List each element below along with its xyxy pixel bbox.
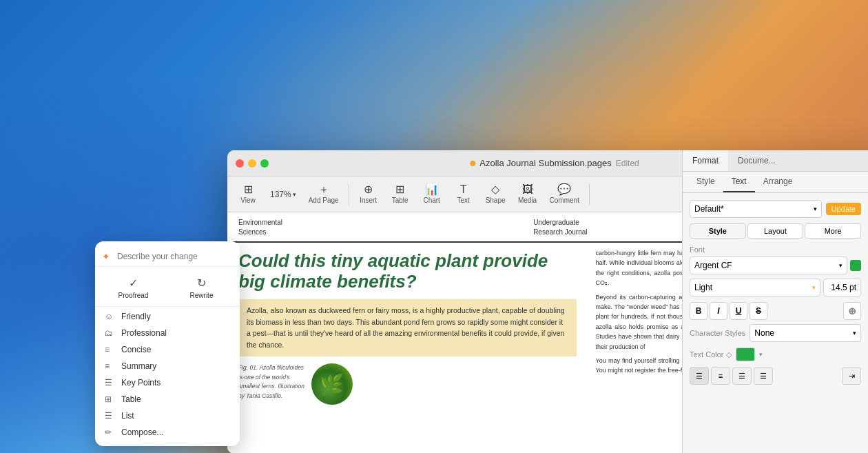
ai-spark-icon: ✦ [102, 251, 113, 262]
alignment-row: ☰ ≡ ☰ ☰ ⇥ [690, 367, 861, 385]
header-col2: Undergraduate Research Journal [533, 218, 587, 237]
article-left-col: Could this tiny aquatic plant provide bi… [227, 243, 588, 453]
tab-text[interactable]: Text [723, 172, 755, 192]
friendly-label: Friendly [121, 312, 151, 321]
compose-item[interactable]: ✏ Compose... [95, 424, 240, 441]
update-button[interactable]: Update [826, 203, 861, 215]
table-label: Table [392, 197, 409, 204]
font-weight-value: Light [694, 283, 712, 292]
caption-area: Fig. 01. Azolla filiculoides is one of t… [238, 363, 304, 405]
media-label: Media [518, 197, 537, 204]
underline-button[interactable]: U [730, 302, 747, 320]
summary-item[interactable]: ≡ Summary [95, 358, 240, 374]
indent-button[interactable]: ⇥ [842, 367, 861, 385]
rewrite-icon: ↻ [197, 276, 206, 290]
insert-button[interactable]: ⊕ Insert [353, 181, 384, 207]
text-color-swatch[interactable] [736, 348, 755, 361]
font-size-input[interactable]: 14.5 pt [823, 279, 861, 296]
header-undergrad: Undergraduate [533, 218, 587, 228]
text-color-expand: ▾ [759, 351, 763, 358]
view-button[interactable]: ⊞ View [233, 181, 263, 207]
close-button[interactable] [236, 159, 244, 168]
rewrite-button[interactable]: ↻ Rewrite [169, 272, 234, 303]
key-points-item[interactable]: ☰ Key Points [95, 374, 240, 391]
panel-body: Default* ▾ Update Style Layout More Font… [683, 193, 868, 453]
char-styles-chevron: ▾ [853, 330, 856, 336]
shape-button[interactable]: ◇ Shape [480, 181, 511, 207]
caption-text: Fig. 01. Azolla filiculoides is one of t… [238, 363, 304, 401]
proofread-icon: ✓ [129, 276, 138, 290]
friendly-icon: ☺ [105, 312, 116, 321]
align-left-button[interactable]: ☰ [690, 367, 709, 385]
char-styles-select[interactable]: None ▾ [750, 324, 861, 342]
table-item[interactable]: ⊞ Table [95, 391, 240, 407]
comment-button[interactable]: 💬 Comment [544, 181, 585, 207]
table-menu-label: Table [121, 394, 141, 404]
concise-item[interactable]: ≡ Concise [95, 341, 240, 358]
font-color-indicator[interactable] [850, 260, 861, 271]
article-title: Could this tiny aquatic plant provide bi… [238, 251, 577, 292]
font-format-row: B I U S ⊕ [690, 302, 861, 320]
align-justify-button[interactable]: ☰ [754, 367, 773, 385]
ai-input-field[interactable] [117, 252, 233, 261]
table-icon: ⊞ [395, 184, 404, 195]
more-format-button[interactable]: ⊕ [843, 302, 861, 320]
concise-label: Concise [121, 345, 151, 354]
add-page-icon: ＋ [318, 184, 329, 195]
proofread-label: Proofread [118, 292, 149, 299]
mini-tab-layout[interactable]: Layout [747, 223, 804, 239]
edited-label: Edited [616, 159, 639, 168]
font-size-value: 14.5 pt [831, 283, 856, 292]
add-page-button[interactable]: ＋ Add Page [303, 181, 344, 207]
zoom-control[interactable]: 137% ▾ [265, 187, 302, 202]
text-label: Text [457, 197, 469, 204]
document-tab[interactable]: Docume... [728, 150, 785, 171]
insert-icon: ⊕ [364, 184, 373, 195]
list-icon: ☰ [105, 411, 116, 421]
bold-button[interactable]: B [690, 302, 707, 320]
font-weight-chevron: ▾ [812, 284, 816, 291]
maximize-button[interactable] [260, 159, 269, 168]
align-right-button[interactable]: ☰ [732, 367, 752, 385]
para-style-select[interactable]: Default* ▾ [690, 200, 822, 218]
friendly-item[interactable]: ☺ Friendly [95, 308, 240, 325]
tab-style[interactable]: Style [688, 172, 723, 192]
header-sciences: Sciences [238, 228, 282, 237]
toolbar-divider-1 [349, 184, 349, 205]
traffic-lights [236, 159, 269, 168]
strikethrough-button[interactable]: S [750, 302, 767, 320]
header-env-sci: Environmental [238, 218, 282, 228]
mini-tab-style[interactable]: Style [690, 223, 746, 239]
chart-button[interactable]: 📊 Chart [417, 181, 447, 207]
font-weight-select[interactable]: Light ▾ [690, 279, 820, 296]
char-styles-value: None [754, 328, 774, 338]
minimize-button[interactable] [248, 159, 256, 168]
key-points-label: Key Points [121, 378, 161, 387]
window-title-area: Azolla Journal Submission.pages Edited [470, 158, 639, 168]
para-style-value: Default* [694, 204, 724, 214]
media-button[interactable]: 🖼 Media [513, 181, 543, 207]
proofread-button[interactable]: ✓ Proofread [101, 272, 166, 303]
table-button[interactable]: ⊞ Table [385, 181, 415, 207]
font-section: Font Argent CF ▾ Light ▾ 14.5 pt [690, 245, 861, 296]
font-name-row: Argent CF ▾ [690, 256, 861, 274]
text-button[interactable]: T Text [448, 181, 479, 207]
panel-top-tabs: Format Docume... [683, 150, 868, 172]
insert-label: Insert [360, 197, 377, 204]
align-center-button[interactable]: ≡ [711, 367, 730, 385]
caption-line3: smallest ferns. Illustration [238, 383, 304, 390]
font-label: Font [690, 245, 861, 254]
list-item[interactable]: ☰ List [95, 407, 240, 424]
table-menu-icon: ⊞ [105, 394, 116, 404]
format-tab[interactable]: Format [683, 150, 728, 171]
toolbar-divider-2 [589, 184, 590, 205]
italic-button[interactable]: I [710, 302, 727, 320]
professional-item[interactable]: 🗂 Professional [95, 325, 240, 341]
mini-tab-more[interactable]: More [805, 223, 861, 239]
caption-plant-area: Fig. 01. Azolla filiculoides is one of t… [238, 363, 577, 405]
ai-actions: ✓ Proofread ↻ Rewrite [95, 270, 240, 307]
font-name-select[interactable]: Argent CF ▾ [690, 256, 847, 274]
key-points-icon: ☰ [105, 378, 116, 387]
shape-label: Shape [486, 197, 506, 204]
tab-arrange[interactable]: Arrange [755, 172, 801, 192]
